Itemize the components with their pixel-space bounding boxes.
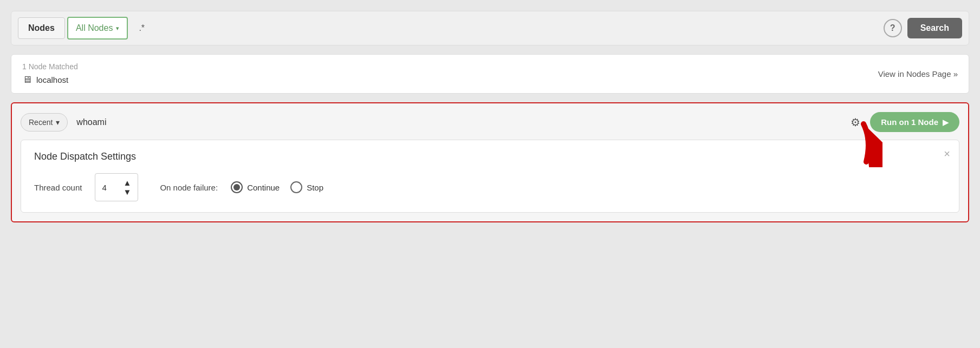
node-host: 🖥 localhost	[22, 74, 78, 86]
command-input[interactable]	[72, 113, 841, 132]
play-icon: ▶	[943, 118, 949, 127]
recent-button[interactable]: Recent ▾	[21, 113, 68, 132]
help-icon: ?	[890, 23, 895, 33]
nodes-label: Nodes	[18, 17, 65, 39]
close-button[interactable]: ×	[944, 148, 950, 160]
stop-radio[interactable]: Stop	[290, 181, 323, 193]
continue-radio-inner	[233, 184, 240, 191]
recent-label: Recent	[29, 118, 53, 127]
settings-row: Thread count 4 ▲ ▼ On node failure: Cont…	[34, 173, 946, 201]
settings-title: Node Dispatch Settings	[34, 151, 946, 162]
node-count: 1 Node Matched	[22, 62, 78, 71]
host-name: localhost	[36, 75, 68, 84]
recent-chevron-icon: ▾	[56, 118, 60, 127]
continue-radio[interactable]: Continue	[231, 181, 280, 193]
server-icon: 🖥	[22, 74, 32, 86]
run-label: Run on 1 Node	[881, 117, 938, 127]
gear-button[interactable]: ⚙	[845, 113, 866, 132]
failure-radio-group: Continue Stop	[231, 181, 323, 193]
settings-panel: Node Dispatch Settings Thread count 4 ▲ …	[21, 140, 959, 213]
results-info: 1 Node Matched 🖥 localhost	[22, 62, 78, 86]
spinner-icon[interactable]: ▲ ▼	[124, 178, 132, 196]
gear-icon: ⚙	[851, 116, 860, 128]
all-nodes-button[interactable]: All Nodes ▾	[67, 17, 128, 40]
results-bar: 1 Node Matched 🖥 localhost View in Nodes…	[11, 54, 969, 94]
search-input[interactable]	[133, 19, 883, 37]
on-failure-label: On node failure:	[160, 183, 218, 192]
all-nodes-chevron-icon: ▾	[116, 25, 119, 32]
all-nodes-label: All Nodes	[76, 23, 113, 33]
view-in-nodes-link[interactable]: View in Nodes Page »	[878, 69, 958, 78]
thread-count-value: 4	[102, 183, 106, 192]
command-bar: Recent ▾ ⚙ Run on 1 Node ▶	[21, 112, 959, 132]
thread-count-field[interactable]: 4 ▲ ▼	[95, 173, 138, 201]
thread-count-label: Thread count	[34, 183, 82, 192]
stop-radio-button[interactable]	[290, 181, 302, 193]
continue-label: Continue	[247, 183, 280, 192]
dispatch-container: Recent ▾ ⚙ Run on 1 Node ▶ Node Dispatch…	[11, 102, 969, 222]
help-button[interactable]: ?	[884, 19, 902, 37]
search-button[interactable]: Search	[907, 18, 962, 38]
continue-radio-button[interactable]	[231, 181, 243, 193]
stop-label: Stop	[307, 183, 323, 192]
dispatch-wrapper: Recent ▾ ⚙ Run on 1 Node ▶ Node Dispatch…	[11, 102, 969, 222]
top-bar: Nodes All Nodes ▾ ? Search	[11, 11, 969, 45]
run-button[interactable]: Run on 1 Node ▶	[870, 112, 959, 132]
